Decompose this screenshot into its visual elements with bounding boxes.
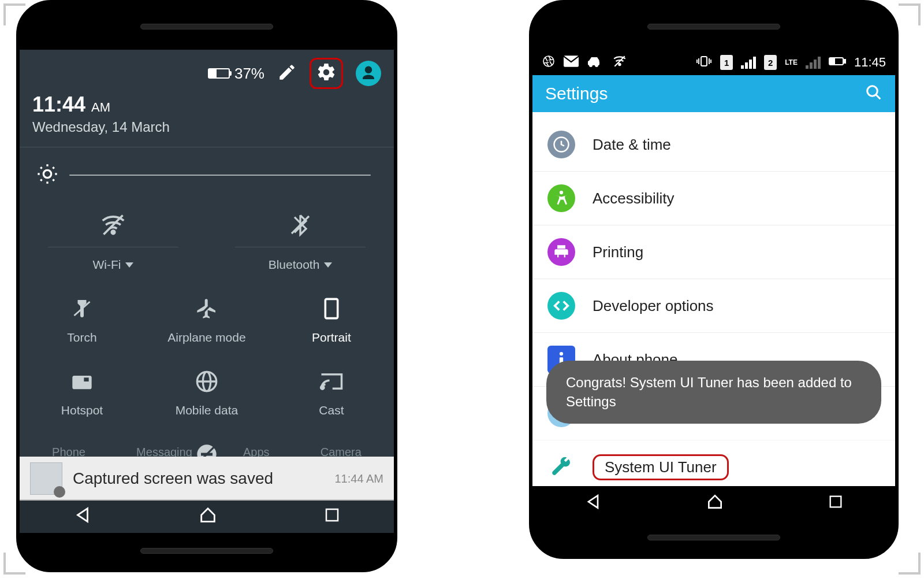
torch-icon <box>72 297 92 320</box>
list-item-accessibility[interactable]: Accessibility <box>532 172 895 225</box>
signal-2-icon <box>806 57 821 69</box>
tile-cast[interactable]: Cast <box>269 360 394 432</box>
screen-settings-list: 1 2 LTE 11:45 Settings Date & time Acces… <box>532 50 895 520</box>
list-item-date-time[interactable]: Date & time <box>532 118 895 172</box>
svg-rect-31 <box>830 59 834 64</box>
svg-rect-30 <box>844 60 845 63</box>
svg-point-1 <box>111 231 115 234</box>
list-item-label: Accessibility <box>593 190 675 208</box>
tile-cast-label: Cast <box>319 403 344 417</box>
brightness-slider[interactable] <box>20 147 394 203</box>
svg-point-35 <box>560 191 563 194</box>
svg-point-0 <box>43 170 51 177</box>
print-icon <box>547 238 575 266</box>
tile-portrait[interactable]: Portrait <box>269 287 394 360</box>
status-time: 11:45 <box>854 55 886 70</box>
svg-point-22 <box>619 63 620 65</box>
list-item-label: Developer options <box>593 297 714 315</box>
bluetooth-off-icon <box>289 213 312 236</box>
phone-chin <box>647 535 780 540</box>
user-avatar-icon[interactable] <box>356 61 381 86</box>
svg-rect-39 <box>830 497 841 507</box>
system-nav-bar <box>20 499 394 533</box>
quick-tiles-row-1: Wi-Fi Bluetooth <box>20 203 394 287</box>
home-icon[interactable] <box>706 492 724 513</box>
settings-header: Settings <box>532 75 895 112</box>
notification-text: Captured screen was saved <box>73 469 324 488</box>
svg-line-33 <box>876 95 881 99</box>
quick-tiles-row-2: Torch Airplane mode Portrait <box>20 287 394 360</box>
sim2-badge: 2 <box>764 55 777 70</box>
search-icon[interactable] <box>865 84 882 103</box>
tile-hotspot-label: Hotspot <box>61 403 103 417</box>
globe-icon <box>195 370 218 393</box>
developer-icon <box>547 292 575 320</box>
hotspot-icon <box>70 370 94 393</box>
screenshot-thumbnail <box>30 462 62 495</box>
camera-aperture-icon <box>542 54 556 71</box>
svg-point-12 <box>321 386 324 389</box>
list-item-label: System UI Tuner <box>605 458 717 476</box>
settings-list[interactable]: Date & time Accessibility Printing Devel… <box>532 112 895 494</box>
battery-percent: 37% <box>234 65 264 83</box>
settings-title: Settings <box>545 84 608 103</box>
svg-rect-8 <box>84 377 88 381</box>
status-bar-right: 1 2 LTE 11:45 <box>696 55 886 71</box>
tile-torch[interactable]: Torch <box>20 287 144 360</box>
list-item-label: Printing <box>593 243 643 261</box>
page-corner-tr <box>899 3 921 25</box>
page-corner-br <box>899 553 921 575</box>
tile-data-label: Mobile data <box>176 403 239 417</box>
phone-bezel-bottom <box>20 533 394 569</box>
clock-time: 11:44 AM <box>32 92 381 117</box>
svg-rect-24 <box>701 57 707 66</box>
cast-icon <box>319 370 344 393</box>
clock-date: Wednesday, 14 March <box>32 119 381 135</box>
chevron-down-icon <box>125 262 133 268</box>
wifi-off-status-icon <box>612 55 627 71</box>
list-item-printing[interactable]: Printing <box>532 225 895 279</box>
phone-bezel-top <box>532 3 895 50</box>
svg-rect-7 <box>72 376 91 389</box>
battery-status: 37% <box>208 65 264 83</box>
list-item-label: Date & time <box>593 136 671 154</box>
settings-gear-icon[interactable] <box>316 62 337 85</box>
phone-speaker <box>140 24 273 29</box>
airplane-icon <box>195 297 218 320</box>
back-icon[interactable] <box>584 492 602 513</box>
phone-chin <box>140 548 273 554</box>
signal-1-icon <box>741 57 756 69</box>
tile-bluetooth[interactable]: Bluetooth <box>207 203 394 287</box>
toast-message: Congrats! System UI Tuner has been added… <box>546 361 881 424</box>
phone-mockup-left: 37% 11:44 AM Wednesday, 14 March <box>16 0 397 572</box>
status-bar-left <box>542 54 627 71</box>
back-icon[interactable] <box>73 505 92 527</box>
tile-airplane-label: Airplane mode <box>167 331 245 344</box>
tile-bluetooth-label: Bluetooth <box>269 258 333 272</box>
recents-icon[interactable] <box>828 494 844 512</box>
system-ui-tuner-highlight: System UI Tuner <box>593 454 729 480</box>
svg-point-21 <box>595 64 598 67</box>
tile-hotspot[interactable]: Hotspot <box>20 360 144 432</box>
portrait-icon <box>323 297 340 320</box>
wrench-icon <box>547 453 575 481</box>
tile-wifi[interactable]: Wi-Fi <box>20 203 207 287</box>
edit-tiles-icon[interactable] <box>277 62 297 84</box>
tile-mobile-data[interactable]: Mobile data <box>144 360 269 432</box>
phone-speaker <box>647 24 780 29</box>
recents-icon[interactable] <box>323 506 341 526</box>
phone-mockup-right: 1 2 LTE 11:45 Settings Date & time Acces… <box>529 0 899 559</box>
screenshot-notification[interactable]: Captured screen was saved 11:44 AM <box>20 457 394 501</box>
datetime-block[interactable]: 11:44 AM Wednesday, 14 March <box>20 89 394 147</box>
tile-airplane[interactable]: Airplane mode <box>144 287 269 360</box>
sim1-badge: 1 <box>720 55 733 70</box>
brightness-track[interactable] <box>69 175 371 176</box>
clock-icon <box>547 131 575 158</box>
mail-icon <box>564 55 579 70</box>
tile-portrait-label: Portrait <box>312 331 351 344</box>
home-icon[interactable] <box>198 505 218 527</box>
list-item-developer-options[interactable]: Developer options <box>532 279 895 333</box>
svg-rect-6 <box>325 299 337 318</box>
svg-point-36 <box>560 352 563 355</box>
screen-quick-settings: 37% 11:44 AM Wednesday, 14 March <box>20 50 394 533</box>
